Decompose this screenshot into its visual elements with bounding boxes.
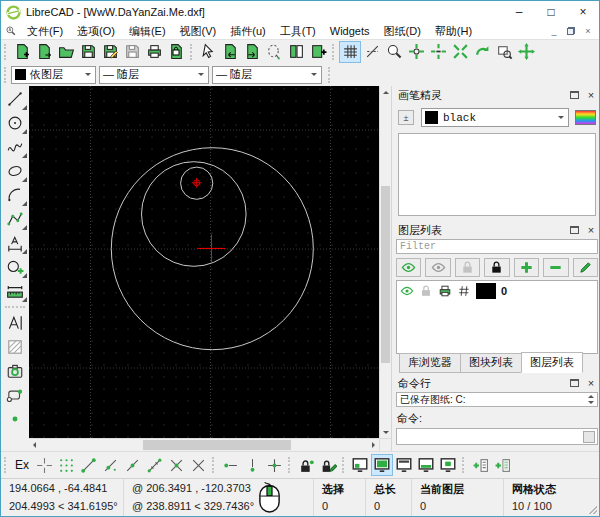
layer-filter-input[interactable] [396,239,598,254]
zoom-out-button[interactable] [427,41,449,63]
pen-color-dropdown[interactable]: black [421,108,569,127]
measure-tool-button[interactable] [3,279,28,303]
layer-row[interactable]: 0 [397,281,597,301]
command-options-button[interactable] [583,431,595,443]
restrict-orthogonal-button[interactable] [263,454,285,476]
mdi-restore-button[interactable] [564,25,578,37]
tab-library-browser[interactable]: 库浏览器 [399,353,460,373]
draft-mode-button[interactable] [361,41,383,63]
pan-button[interactable] [515,41,537,63]
new-document-button[interactable] [11,41,33,63]
layer-visible-icon[interactable] [400,284,414,298]
pen-wizard-header[interactable]: 画笔精灵 × [395,87,599,103]
text-tool-button[interactable] [3,311,28,335]
dock-widget-4-button[interactable] [415,454,437,476]
snap-center-button[interactable] [121,454,143,476]
toolbar-grip[interactable] [4,457,9,473]
scroll-up-arrow[interactable] [380,86,391,98]
scroll-left-arrow[interactable] [29,439,40,451]
snap-intersection-button[interactable] [187,454,209,476]
menu-widgets[interactable]: Widgets [323,25,377,37]
layer-name[interactable]: 0 [501,285,507,297]
menu-help[interactable]: 帮助(H) [428,24,479,39]
lock-relative-zero-button[interactable] [295,454,317,476]
free-selection-button[interactable] [263,41,285,63]
mdi-minimize-button[interactable]: _ [547,25,561,37]
snap-distance-button[interactable] [165,454,187,476]
mdi-close-button[interactable]: × [581,25,595,37]
horizontal-scroll-thumb[interactable] [143,440,291,450]
plus-minus-button[interactable]: ± [398,110,414,125]
close-panel-button[interactable]: × [586,377,596,389]
print-preview-button[interactable] [165,41,187,63]
toolbar-grip[interactable] [4,67,9,83]
open-file-button[interactable] [55,41,77,63]
minimize-button[interactable]: – [503,1,535,23]
history-scroll-spinner[interactable] [585,393,596,406]
dimension-tool-button[interactable] [3,231,28,255]
toolbar-grip[interactable] [212,457,217,473]
float-panel-icon[interactable] [570,91,579,99]
toolbar-grip[interactable] [288,457,293,473]
menu-tools[interactable]: 工具(T) [273,24,323,39]
dock-widget-3-button[interactable] [393,454,415,476]
menu-view[interactable]: 视图(V) [173,24,224,39]
vertical-scrollbar[interactable] [379,86,391,438]
toolbar-grip[interactable] [462,457,467,473]
new-from-template-button[interactable] [33,41,55,63]
snap-grid-button[interactable] [55,454,77,476]
restrict-vertical-button[interactable] [241,454,263,476]
line-tool-button[interactable] [3,87,28,111]
set-relative-zero-button[interactable] [317,454,339,476]
dock-widget-1-button[interactable] [349,454,371,476]
snap-free-button[interactable] [33,454,55,476]
close-panel-button[interactable]: × [586,89,596,101]
auto-zoom-button[interactable] [449,41,471,63]
menu-file[interactable]: 文件(F) [20,24,70,39]
float-panel-icon[interactable] [570,226,579,234]
vertical-scroll-thumb[interactable] [381,186,390,363]
command-input[interactable] [397,430,583,444]
edit-layer-button[interactable] [573,258,598,277]
close-button[interactable]: × [567,1,599,23]
dock-widget-2-button[interactable] [371,454,393,476]
scroll-down-arrow[interactable] [380,426,391,438]
lock-all-layers-button[interactable] [484,258,509,277]
snap-on-entity-button[interactable] [99,454,121,476]
pen-width-combo[interactable]: — 随层 [99,66,209,84]
close-panel-button[interactable]: × [586,224,596,236]
exclusive-snap-button[interactable]: Ex [11,454,33,476]
menu-plugins[interactable]: 插件(u) [223,24,272,39]
menu-options[interactable]: 选项(O) [70,24,122,39]
customize-toolbar-button[interactable] [491,454,513,476]
select-pointer-button[interactable] [197,41,219,63]
menu-drawing[interactable]: 图纸(D) [377,24,428,39]
window-selection-button[interactable] [285,41,307,63]
command-line-header[interactable]: 命令行 × [395,375,599,391]
add-selection-button[interactable] [307,41,329,63]
layer-list-header[interactable]: 图层列表 × [395,222,599,238]
arc-tool-button[interactable] [3,183,28,207]
ellipse-tool-button[interactable] [3,159,28,183]
layer-construction-icon[interactable] [457,284,471,298]
layer-lock-icon[interactable] [419,284,433,298]
float-panel-icon[interactable] [570,379,579,387]
polyline-tool-button[interactable] [3,207,28,231]
curve-tool-button[interactable] [3,135,28,159]
previous-view-button[interactable] [471,41,493,63]
restrict-horizontal-button[interactable] [219,454,241,476]
block-tool-button[interactable] [3,383,28,407]
modify-tool-button[interactable] [3,255,28,279]
pen-color-combo[interactable]: 依图层 [11,66,96,84]
layer-color-swatch[interactable] [476,283,496,299]
new-toolbar-button[interactable] [469,454,491,476]
snap-middle-button[interactable] [143,454,165,476]
toolbar-grip[interactable] [342,457,347,473]
tab-block-list[interactable]: 图块列表 [460,353,521,373]
scroll-right-arrow[interactable] [368,439,379,451]
dock-widget-5-button[interactable] [437,454,459,476]
maximize-button[interactable]: □ [535,1,567,23]
hide-all-layers-button[interactable] [425,258,450,277]
drawing-canvas[interactable] [29,86,379,438]
show-all-layers-button[interactable] [396,258,421,277]
